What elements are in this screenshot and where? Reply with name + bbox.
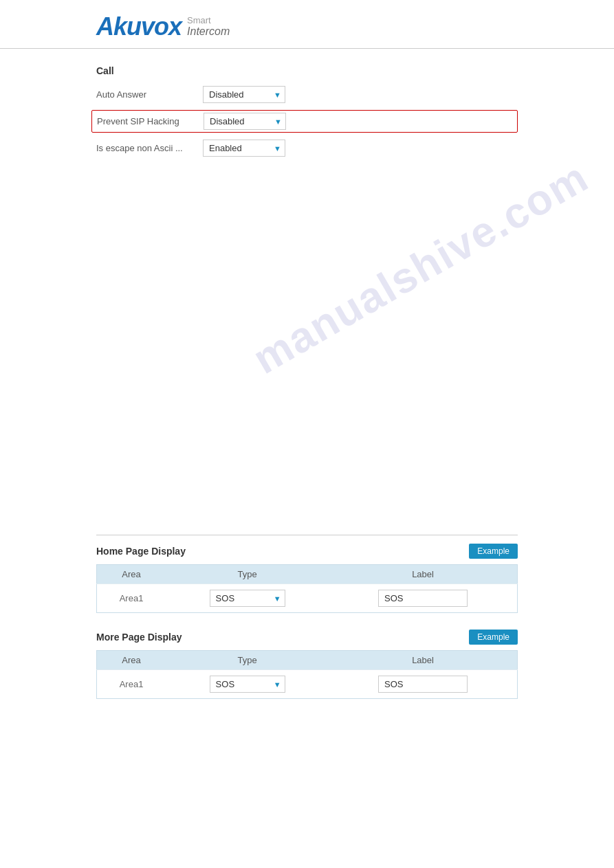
home-page-col-area: Area (97, 565, 166, 584)
logo-akuvox: Akuvox (96, 12, 182, 41)
auto-answer-label: Auto Answer (96, 89, 203, 100)
call-section-title: Call (96, 65, 518, 76)
more-page-label-input[interactable] (378, 676, 468, 693)
more-page-table-header-row: Area Type Label (97, 651, 518, 670)
more-page-area-cell: Area1 (97, 670, 166, 699)
logo-smart-text: Smart (187, 16, 230, 25)
home-page-display-section: Home Page Display Example Area Type Labe… (96, 535, 518, 613)
escape-non-ascii-dropdown-wrapper: Enabled Disabled ▼ (203, 140, 285, 157)
more-page-col-area: Area (97, 651, 166, 670)
auto-answer-dropdown-wrapper: Disabled Enabled ▼ (203, 86, 285, 103)
prevent-sip-hacking-label: Prevent SIP Hacking (97, 116, 204, 126)
content-area: Call Auto Answer Disabled Enabled ▼ Prev… (0, 49, 614, 726)
home-page-col-label: Label (329, 565, 517, 584)
call-section: Call Auto Answer Disabled Enabled ▼ Prev… (96, 65, 518, 159)
more-page-display-table: Area Type Label Area1 SOS ▼ (96, 650, 518, 699)
prevent-sip-hacking-row: Prevent SIP Hacking Disabled Enabled ▼ (91, 110, 518, 133)
escape-non-ascii-label: Is escape non Ascii ... (96, 143, 203, 153)
home-page-table-header-row: Area Type Label (97, 565, 518, 584)
home-page-type-cell: SOS ▼ (166, 584, 329, 613)
more-page-col-type: Type (166, 651, 329, 670)
prevent-sip-hacking-dropdown-wrapper: Disabled Enabled ▼ (204, 113, 286, 130)
more-page-display-section: More Page Display Example Area Type Labe… (96, 630, 518, 699)
more-page-table-row: Area1 SOS ▼ (97, 670, 518, 699)
logo-intercom-text: Intercom (187, 25, 230, 38)
home-page-example-button[interactable]: Example (469, 544, 518, 559)
home-page-label-input[interactable] (378, 590, 468, 607)
home-page-type-dropdown-wrapper: SOS ▼ (210, 590, 285, 607)
home-page-divider (96, 535, 518, 535)
escape-non-ascii-row: Is escape non Ascii ... Enabled Disabled… (96, 137, 518, 159)
logo-smart-intercom: Smart Intercom (187, 16, 230, 38)
home-page-display-title: Home Page Display (96, 546, 186, 557)
home-page-display-table: Area Type Label Area1 SOS ▼ (96, 564, 518, 613)
home-page-col-type: Type (166, 565, 329, 584)
prevent-sip-hacking-select[interactable]: Disabled Enabled (204, 113, 286, 130)
more-page-type-dropdown-wrapper: SOS ▼ (210, 676, 285, 693)
more-page-display-title: More Page Display (96, 632, 182, 643)
home-page-label-cell (329, 584, 517, 613)
more-page-col-label: Label (329, 651, 517, 670)
more-page-label-cell (329, 670, 517, 699)
more-page-example-button[interactable]: Example (469, 630, 518, 645)
logo: Akuvox Smart Intercom (96, 12, 593, 41)
more-page-type-cell: SOS ▼ (166, 670, 329, 699)
home-page-area-cell: Area1 (97, 584, 166, 613)
more-page-type-select[interactable]: SOS (210, 676, 285, 693)
auto-answer-row: Auto Answer Disabled Enabled ▼ (96, 83, 518, 106)
home-page-display-header: Home Page Display Example (96, 544, 518, 559)
auto-answer-select[interactable]: Disabled Enabled (203, 86, 285, 103)
escape-non-ascii-select[interactable]: Enabled Disabled (203, 140, 285, 157)
home-page-type-select[interactable]: SOS (210, 590, 285, 607)
more-page-display-header: More Page Display Example (96, 630, 518, 645)
header: Akuvox Smart Intercom (0, 0, 614, 49)
home-page-table-row: Area1 SOS ▼ (97, 584, 518, 613)
